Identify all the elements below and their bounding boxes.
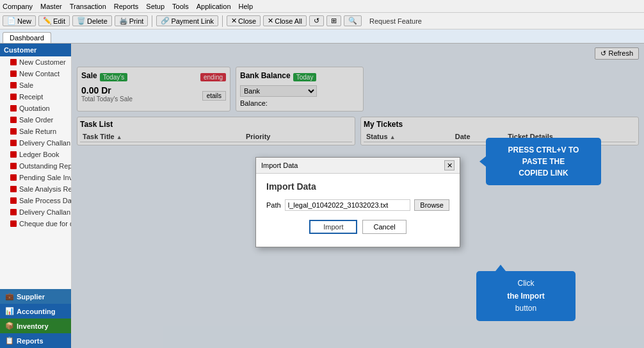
sidebar-item-receipt[interactable]: Receipt — [0, 91, 71, 103]
sidebar-section-reports[interactable]: 📋 Reports — [0, 333, 71, 348]
main-layout: Customer New Customer New Contact Sale R… — [0, 44, 644, 348]
cancel-button[interactable]: Cancel — [362, 220, 406, 234]
modal-close-button[interactable]: ✕ — [444, 160, 455, 170]
sidebar-icon — [10, 94, 17, 100]
content-area: ↺ Refresh Sale Today's ending 0.00 Dr To… — [72, 44, 644, 348]
dashboard-tab[interactable]: Dashboard — [3, 32, 51, 43]
sidebar-item-sale-process-dashboard[interactable]: Sale Process Dashboa... — [0, 195, 71, 206]
sidebar-item-pending-sale-invoices[interactable]: Pending Sale Invoices — [0, 172, 71, 183]
sidebar-icon — [10, 117, 17, 123]
sidebar-icon — [10, 105, 17, 112]
print-button[interactable]: 🖨️ Print — [115, 15, 149, 26]
callout-arrow-up — [495, 265, 506, 271]
menu-master[interactable]: Master — [40, 3, 62, 10]
sidebar-section-inventory[interactable]: 📦 Inventory — [0, 319, 71, 333]
modal-body: Import Data Path Browse Import Cancel — [256, 174, 460, 247]
close-all-button[interactable]: ✕ Close All — [263, 15, 307, 26]
sidebar-icon — [10, 220, 17, 227]
modal-overlay: Import Data ✕ Import Data Path Browse Im… — [72, 44, 644, 348]
tabbar: Dashboard — [0, 29, 644, 44]
sidebar-icon — [10, 186, 17, 192]
sidebar-item-sale[interactable]: Sale — [0, 79, 71, 91]
sidebar-item-new-customer[interactable]: New Customer — [0, 56, 71, 68]
click-text-line1: Click — [518, 279, 535, 288]
modal-path-row: Path Browse — [266, 199, 449, 211]
request-feature-link[interactable]: Request Feature — [369, 17, 422, 25]
accounting-icon: 📊 — [5, 307, 14, 315]
sidebar-icon — [10, 82, 17, 88]
sidebar-item-new-contact[interactable]: New Contact — [0, 68, 71, 79]
sidebar-item-ledger-book[interactable]: Ledger Book — [0, 149, 71, 160]
inventory-icon: 📦 — [5, 322, 14, 330]
modal-heading: Import Data — [266, 181, 449, 192]
click-text-line2: the Import — [507, 292, 545, 301]
browse-button[interactable]: Browse — [414, 199, 449, 211]
import-button[interactable]: Import — [309, 220, 357, 234]
sidebar-item-delivery-challan[interactable]: Delivery Challan — [0, 137, 71, 149]
ctrl-v-callout: PRESS CTRL+V TO PASTE THE COPIED LINK — [486, 138, 601, 185]
new-button[interactable]: 📄 New — [3, 15, 36, 26]
sidebar-item-quotation[interactable]: Quotation — [0, 103, 71, 114]
sidebar-icon — [10, 70, 17, 77]
modal-buttons: Import Cancel — [266, 220, 449, 234]
reload-button[interactable]: ↺ — [309, 15, 324, 26]
close-button[interactable]: ✕ Close — [227, 15, 261, 26]
toolbar-separator-2 — [222, 15, 223, 27]
sidebar-icon — [10, 128, 17, 135]
reports-icon: 📋 — [5, 336, 14, 345]
menu-application[interactable]: Application — [197, 3, 231, 10]
sidebar-item-cheque-due[interactable]: Cheque due for depo... — [0, 218, 71, 229]
menu-transaction[interactable]: Transaction — [70, 3, 106, 10]
menubar: Company Master Transaction Reports Setup… — [0, 0, 644, 13]
path-input[interactable] — [285, 199, 411, 211]
sidebar-section-supplier[interactable]: 💼 Supplier — [0, 289, 71, 304]
menu-help[interactable]: Help — [239, 3, 254, 10]
sidebar-icon — [10, 140, 17, 146]
ctrl-v-text-line1: PRESS CTRL+V TO PASTE THE COPIED LINK — [508, 145, 579, 178]
sidebar-section-customer[interactable]: Customer — [0, 44, 71, 56]
sidebar-icon — [10, 163, 17, 169]
sidebar-icon — [10, 174, 17, 181]
delete-button[interactable]: 🗑️ Delete — [72, 15, 112, 26]
search-button[interactable]: 🔍 — [344, 15, 362, 26]
toolbar: 📄 New ✏️ Edit 🗑️ Delete 🖨️ Print 🔗 Payme… — [0, 13, 644, 29]
sidebar-item-sale-analysis-report[interactable]: Sale Analysis Report — [0, 183, 71, 195]
sidebar-icon — [10, 151, 17, 158]
sidebar-item-outstanding-report[interactable]: Outstanding Report — [0, 160, 71, 172]
sidebar-icon — [10, 197, 17, 204]
sidebar-section-accounting[interactable]: 📊 Accounting — [0, 304, 71, 319]
sidebar-icon — [10, 209, 17, 215]
payment-link-button[interactable]: 🔗 Payment Link — [156, 15, 218, 26]
sidebar-item-delivery-challan-dashboard[interactable]: Delivery Challan Dashl... — [0, 206, 71, 218]
path-label: Path — [266, 201, 281, 209]
modal-title-text: Import Data — [261, 162, 298, 169]
sidebar-item-sale-order[interactable]: Sale Order — [0, 114, 71, 126]
sidebar-icon — [10, 59, 17, 65]
grid-button[interactable]: ⊞ — [326, 15, 341, 26]
callout-arrow-left — [479, 156, 486, 167]
edit-button[interactable]: ✏️ Edit — [38, 15, 70, 26]
click-text-line3: button — [515, 304, 536, 313]
sidebar: Customer New Customer New Contact Sale R… — [0, 44, 72, 348]
supplier-icon: 💼 — [5, 292, 14, 301]
menu-setup[interactable]: Setup — [146, 3, 165, 10]
sidebar-item-sale-return[interactable]: Sale Return — [0, 126, 71, 137]
modal-titlebar: Import Data ✕ — [256, 158, 460, 174]
click-import-callout: Click the Import button — [476, 271, 576, 321]
menu-reports[interactable]: Reports — [114, 3, 139, 10]
menu-tools[interactable]: Tools — [172, 3, 189, 10]
menu-company[interactable]: Company — [3, 3, 33, 10]
sidebar-bottom: 💼 Supplier 📊 Accounting 📦 Inventory 📋 Re… — [0, 289, 71, 348]
import-data-modal: Import Data ✕ Import Data Path Browse Im… — [255, 157, 460, 247]
toolbar-separator — [152, 15, 152, 27]
